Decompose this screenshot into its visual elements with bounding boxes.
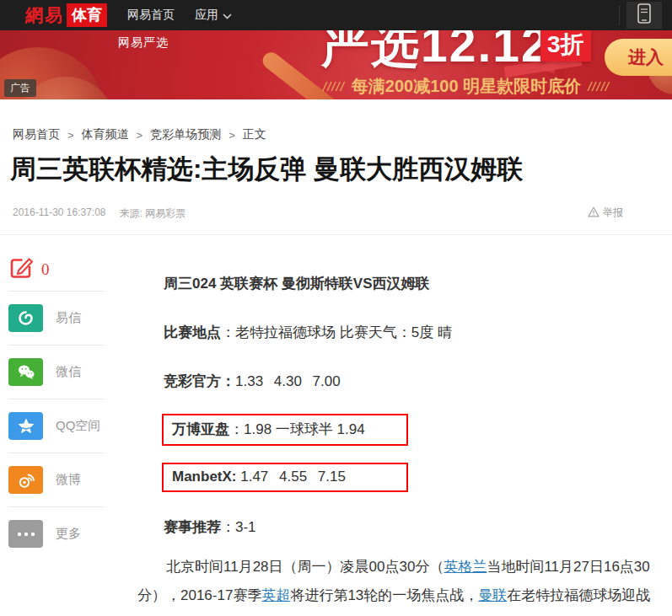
logo-netease-text: 網易	[25, 3, 64, 27]
recommend-value: ：3-1	[221, 519, 256, 535]
venue-line: 比赛地点：老特拉福德球场 比赛天气：5度 晴	[137, 323, 452, 342]
chevron-down-icon	[223, 8, 232, 22]
wechat-icon	[8, 358, 43, 386]
netease-sports-logo[interactable]: 網易 体育	[25, 3, 107, 27]
link-england[interactable]: 英格兰	[444, 559, 487, 575]
qzone-star-icon	[8, 412, 43, 440]
breadcrumb-separator: >	[228, 129, 235, 142]
nav-apps-link[interactable]: 应用	[195, 8, 232, 23]
venue-value: ：老特拉福德球场 比赛天气：5度 晴	[221, 324, 452, 340]
recommend-label: 赛事推荐	[164, 519, 221, 535]
handicap-highlight-box: 万博亚盘：1.98 一球球半 1.94	[162, 414, 408, 446]
banner-promo-decor-left: /////	[323, 79, 345, 94]
banner-discount-value: 3折	[547, 31, 584, 58]
share-label: 易信	[56, 310, 81, 326]
ad-label-badge: 广告	[4, 79, 36, 97]
more-dots-icon	[8, 520, 43, 548]
share-sidebar: 0 易信 微信	[8, 254, 104, 554]
banner-headline: 严选12.12	[321, 30, 550, 78]
odds-values: 1.33 4.30 7.00	[235, 373, 341, 389]
share-item-more[interactable]: 更多	[8, 513, 104, 554]
share-label: 更多	[56, 526, 81, 542]
comment-count: 0	[41, 260, 50, 279]
share-label: 微信	[56, 364, 81, 380]
manbetx-highlight-box: ManbetX: 1.47 4.55 7.15	[162, 463, 408, 492]
banner-enter-button[interactable]: 进入	[605, 39, 672, 76]
banner-promo-text: ///// 每满200减100 明星款限时底价 /////	[323, 75, 610, 98]
comment-compose-button[interactable]: 0	[8, 254, 104, 285]
article-source: 来源: 网易彩票	[120, 206, 186, 221]
sidebar-divider	[8, 506, 104, 507]
banner-brand: 网易严选	[118, 35, 169, 51]
share-label: 微博	[56, 472, 81, 488]
breadcrumb-link-prediction[interactable]: 竞彩单场预测	[150, 127, 221, 142]
recommend-line: 赛事推荐：3-1	[137, 517, 256, 537]
breadcrumb-link-sports[interactable]: 体育频道	[82, 127, 129, 142]
share-item-qzone[interactable]: QQ空间	[8, 405, 104, 447]
share-item-yixin[interactable]: 易信	[8, 297, 104, 339]
manbetx-label: ManbetX:	[172, 469, 237, 485]
official-odds-line: 竞彩官方：1.33 4.30 7.00	[137, 372, 341, 391]
sidebar-divider	[8, 453, 104, 453]
odds-label: 竞彩官方	[164, 373, 221, 389]
sidebar-divider	[8, 345, 104, 345]
link-premier-league[interactable]: 英超	[261, 587, 290, 603]
share-label: QQ空间	[56, 418, 100, 434]
match-header: 周三024 英联赛杯 曼彻斯特联VS西汉姆联	[137, 274, 430, 293]
venue-label: 比赛地点	[164, 324, 221, 340]
phone-icon	[637, 3, 652, 27]
nav-home-link[interactable]: 网易首页	[127, 8, 175, 23]
banner-promo-decor-right: /////	[588, 79, 610, 94]
link-man-utd[interactable]: 曼联	[478, 587, 507, 603]
handicap-label: 万博亚盘	[172, 421, 229, 437]
share-item-weibo[interactable]: 微博	[8, 459, 104, 501]
article-paragraph: 北京时间11月28日（周一）凌晨00点30分（英格兰当地时间11月27日16点3…	[137, 553, 664, 610]
breadcrumb-separator: >	[137, 129, 143, 142]
sidebar-divider	[8, 291, 104, 292]
page-title: 周三英联杯精选:主场反弹 曼联大胜西汉姆联	[10, 152, 523, 187]
yixin-icon	[8, 304, 43, 332]
warning-triangle-icon	[588, 206, 599, 220]
sidebar-divider	[8, 399, 104, 399]
article-meta: 2016-11-30 16:37:08 来源: 网易彩票	[13, 206, 185, 221]
logo-sports-text: 体育	[67, 3, 107, 27]
header-divider	[0, 234, 672, 235]
share-item-wechat[interactable]: 微信	[8, 351, 104, 393]
handicap-value: ：1.98 一球球半 1.94	[229, 421, 365, 437]
breadcrumb-link-home[interactable]: 网易首页	[13, 127, 60, 142]
article-datetime: 2016-11-30 16:37:08	[13, 206, 106, 221]
ad-banner[interactable]: 网易严选 严选12.12 低至 3折 ///// 每满200减100 明星款限时…	[0, 30, 672, 99]
breadcrumb-separator: >	[67, 129, 74, 142]
report-button[interactable]: 举报	[588, 206, 623, 220]
compose-pen-icon	[8, 255, 34, 284]
breadcrumb-current: 正文	[243, 127, 266, 142]
mobile-app-button[interactable]	[626, 2, 662, 29]
navbar-divider	[619, 5, 620, 25]
top-navbar: 網易 体育 网易首页 应用	[0, 0, 672, 30]
manbetx-values: 1.47 4.55 7.15	[240, 469, 346, 485]
weibo-icon	[8, 466, 43, 494]
breadcrumb: 网易首页 > 体育频道 > 竞彩单场预测 > 正文	[13, 127, 266, 142]
banner-discount-badge: 低至 3折	[540, 30, 591, 62]
